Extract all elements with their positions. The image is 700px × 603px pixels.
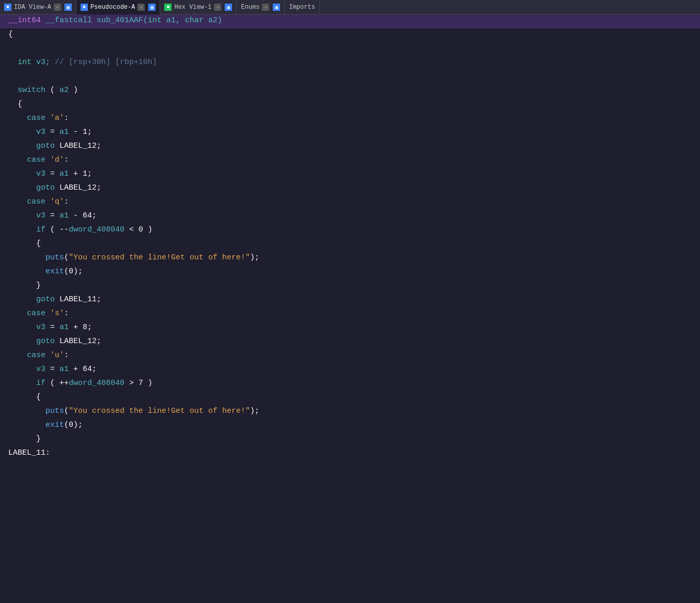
v3-a1-plus-1: v3 = a1 + 1;	[0, 168, 700, 182]
tab-close-hex[interactable]: ✕	[214, 4, 221, 11]
sig-a2: a2)	[204, 14, 222, 27]
if-q-close-brace: }	[0, 280, 700, 293]
exit-u: exit(0);	[0, 419, 700, 433]
tab-imports[interactable]: Imports	[285, 0, 319, 14]
tab-close-enums[interactable]: ✕	[262, 4, 269, 11]
tab-label-enums: Enums	[241, 4, 259, 11]
tab-close-ida[interactable]: ✕	[54, 4, 61, 11]
goto-label12-d: goto LABEL_12;	[0, 182, 700, 196]
tab-pseudocode-a[interactable]: ■ Pseudocode-A ✕ ▦	[76, 0, 160, 14]
brace-open: {	[8, 28, 13, 41]
case-a-text: case 'a':	[8, 112, 69, 125]
sig-int-param1: int	[148, 14, 162, 27]
case-d: case 'd':	[0, 154, 700, 168]
tab-label-pseudo: Pseudocode-A	[90, 4, 135, 11]
puts-u-text: puts("You crossed the line!Get out of he…	[8, 405, 259, 418]
v3-assign-4: v3 = a1 + 8;	[8, 321, 92, 334]
exit-q-text: exit(0);	[8, 266, 83, 279]
tab-icon2-enums: ▦	[273, 4, 280, 11]
if-q-text: if ( --dword_408040 < 0 )	[8, 224, 152, 237]
case-d-text: case 'd':	[8, 154, 69, 167]
case-s-text: case 's':	[8, 307, 69, 320]
if-u-close: }	[8, 433, 41, 446]
function-signature-line: __int64 __fastcall sub_401AAF(int a1, ch…	[0, 14, 700, 28]
case-q: case 'q':	[0, 196, 700, 210]
goto-3: goto LABEL_12;	[8, 335, 101, 348]
exit-u-text: exit(0);	[8, 419, 83, 432]
sig-int64: __int64	[8, 14, 41, 27]
tab-label-hex: Hex View-1	[174, 4, 211, 11]
tab-icon2-pseudo: ▦	[148, 4, 155, 11]
tab-icon-ida: ■	[4, 4, 11, 11]
exit-q: exit(0);	[0, 266, 700, 280]
open-brace-outer: {	[0, 28, 700, 42]
switch-open-brace: {	[0, 98, 700, 112]
keyword-int: int v3; // [rsp+30h] [rbp+10h]	[8, 56, 157, 69]
v3-a1-plus-8: v3 = a1 + 8;	[0, 321, 700, 335]
blank-2	[0, 70, 700, 84]
tab-label-ida: IDA View-A	[14, 4, 51, 11]
tab-icon-hex: ■	[164, 4, 172, 11]
switch-line: switch ( a2 )	[0, 84, 700, 98]
tab-icon-pseudo: ■	[81, 4, 88, 11]
if-decrement-q: if ( --dword_408040 < 0 )	[0, 224, 700, 238]
sig-rest: __fastcall sub_401AAF(	[41, 14, 148, 27]
case-a: case 'a':	[0, 112, 700, 126]
case-q-text: case 'q':	[8, 196, 69, 209]
label-11-text: LABEL_11:	[8, 447, 50, 460]
goto-label12-a: goto LABEL_12;	[0, 140, 700, 154]
v3-assign-2: v3 = a1 + 1;	[8, 168, 92, 181]
v3-assign-3: v3 = a1 - 64;	[8, 210, 97, 223]
switch-text: switch ( a2 )	[8, 84, 78, 97]
goto-1: goto LABEL_12;	[8, 140, 101, 153]
if-u-close-brace: }	[0, 433, 700, 447]
tab-hex-view-1[interactable]: ■ Hex View-1 ✕ ▦	[160, 0, 237, 14]
goto-label12-s: goto LABEL_12;	[0, 335, 700, 349]
case-s: case 's':	[0, 307, 700, 321]
case-u: case 'u':	[0, 349, 700, 363]
tab-enums[interactable]: Enums ✕ ▦	[237, 0, 285, 14]
sig-char: char	[185, 14, 204, 27]
tab-icon2-ida: ▦	[65, 4, 72, 11]
code-area: __int64 __fastcall sub_401AAF(int a1, ch…	[0, 14, 700, 603]
sig-a1: a1,	[162, 14, 185, 27]
if-increment-u: if ( ++dword_408040 > 7 )	[0, 377, 700, 391]
v3-a1-minus-1: v3 = a1 - 1;	[0, 126, 700, 140]
if-q-open-brace: {	[0, 238, 700, 252]
goto-label11: goto LABEL_11;	[0, 293, 700, 307]
tab-close-pseudo[interactable]: ✕	[137, 4, 145, 11]
tab-label-imports: Imports	[289, 4, 315, 11]
tab-bar: ■ IDA View-A ✕ ▦ ■ Pseudocode-A ✕ ▦ ■ He…	[0, 0, 700, 14]
label-11: LABEL_11:	[0, 447, 700, 461]
if-q-brace: {	[8, 238, 41, 251]
v3-a1-plus-64: v3 = a1 + 64;	[0, 363, 700, 377]
if-u-brace: {	[8, 391, 41, 404]
puts-u: puts("You crossed the line!Get out of he…	[0, 405, 700, 419]
if-q-close: }	[8, 280, 41, 292]
blank-1	[0, 42, 700, 56]
puts-q: puts("You crossed the line!Get out of he…	[0, 252, 700, 266]
goto-2: goto LABEL_12;	[8, 182, 101, 195]
goto-label11-text: goto LABEL_11;	[8, 293, 101, 306]
if-u-text: if ( ++dword_408040 > 7 )	[8, 377, 152, 390]
v3-assign-1: v3 = a1 - 1;	[8, 126, 92, 139]
case-u-text: case 'u':	[8, 349, 69, 362]
switch-brace: {	[8, 98, 22, 111]
puts-q-text: puts("You crossed the line!Get out of he…	[8, 252, 259, 265]
v3-a1-minus-64: v3 = a1 - 64;	[0, 210, 700, 224]
var-declaration: int v3; // [rsp+30h] [rbp+10h]	[0, 56, 700, 70]
tab-ida-view-a[interactable]: ■ IDA View-A ✕ ▦	[0, 0, 76, 14]
v3-assign-5: v3 = a1 + 64;	[8, 363, 97, 376]
tab-icon2-hex: ▦	[225, 4, 232, 11]
if-u-open-brace: {	[0, 391, 700, 405]
